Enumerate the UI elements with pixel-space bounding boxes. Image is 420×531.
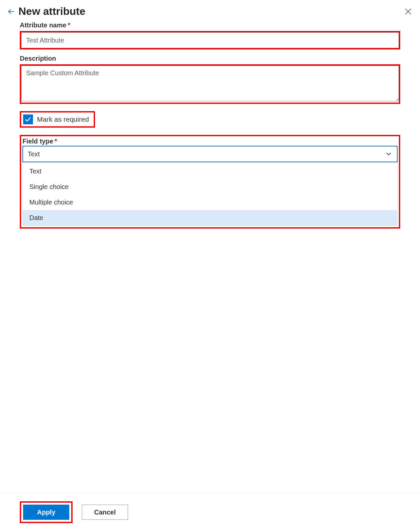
close-icon[interactable] — [403, 6, 413, 17]
panel-title: New attribute — [18, 5, 403, 17]
mark-required-row[interactable]: Mark as required — [20, 111, 95, 128]
field-type-options: Text Single choice Multiple choice Date — [22, 164, 398, 226]
apply-button[interactable]: Apply — [23, 505, 69, 520]
field-type-option-date[interactable]: Date — [23, 210, 397, 226]
required-asterisk-icon: * — [68, 21, 70, 29]
description-label: Description — [20, 55, 400, 62]
mark-required-label: Mark as required — [37, 115, 89, 123]
field-type-label-text: Field type — [22, 138, 53, 145]
field-type-label: Field type* — [22, 138, 398, 145]
chevron-down-icon — [385, 150, 392, 158]
attribute-name-highlight — [20, 31, 400, 49]
panel-content: Attribute name* Description Mark as requ… — [0, 20, 420, 493]
attribute-name-label-text: Attribute name — [20, 21, 66, 29]
attribute-name-group: Attribute name* — [20, 21, 400, 49]
field-type-block: Field type* Text Text Single choice Mult… — [20, 135, 400, 229]
description-highlight — [20, 64, 400, 104]
attribute-name-label: Attribute name* — [20, 21, 400, 29]
required-asterisk-icon: * — [54, 138, 57, 145]
apply-highlight: Apply — [20, 501, 73, 523]
panel-header: New attribute — [0, 0, 420, 20]
new-attribute-panel: New attribute Attribute name* Descriptio… — [0, 0, 420, 531]
attribute-name-input[interactable] — [21, 32, 399, 48]
field-type-option-text[interactable]: Text — [23, 164, 397, 179]
cancel-button[interactable]: Cancel — [82, 505, 128, 520]
mark-required-checkbox[interactable] — [23, 114, 33, 124]
description-input[interactable] — [21, 66, 399, 101]
field-type-selected-value: Text — [28, 150, 40, 158]
panel-footer: Apply Cancel — [0, 493, 420, 531]
field-type-select[interactable]: Text — [22, 146, 398, 162]
field-type-option-single-choice[interactable]: Single choice — [23, 179, 397, 195]
back-arrow-icon[interactable] — [7, 7, 16, 16]
field-type-option-multiple-choice[interactable]: Multiple choice — [23, 195, 397, 210]
description-group: Description — [20, 55, 400, 104]
